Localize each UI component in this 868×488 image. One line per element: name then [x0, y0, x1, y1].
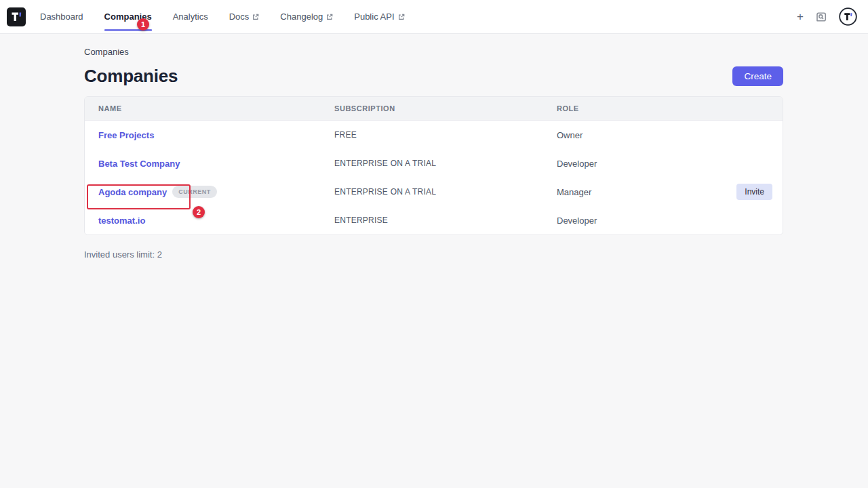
nav-label: Analytics: [173, 12, 208, 22]
nav-item-analytics[interactable]: Analytics: [173, 0, 208, 33]
company-link-agoda-company[interactable]: Agoda company: [98, 187, 167, 197]
nav-label: Changelog: [280, 12, 323, 22]
nav-label: Dashboard: [40, 12, 83, 22]
create-button[interactable]: Create: [732, 66, 783, 86]
help-search-icon[interactable]: [815, 11, 827, 23]
main-content: Companies Companies Create NAME SUBSCRIP…: [84, 34, 783, 260]
invite-button[interactable]: Invite: [736, 184, 772, 200]
top-nav: Dashboard Companies Analytics Docs Chang…: [0, 0, 868, 34]
table-row: Beta Test Company ENTERPRISE ON A TRIAL …: [85, 149, 783, 178]
column-header-subscription: SUBSCRIPTION: [334, 104, 557, 113]
subscription-value: ENTERPRISE ON A TRIAL: [334, 187, 557, 197]
annotation-step-marker-1: 1: [137, 18, 149, 30]
table-header-row: NAME SUBSCRIPTION ROLE: [85, 97, 783, 121]
role-value: Manager: [557, 187, 736, 197]
company-link-beta-test-company[interactable]: Beta Test Company: [98, 159, 180, 169]
company-link-testomat-io[interactable]: testomat.io: [98, 216, 145, 226]
nav-label: Docs: [229, 12, 250, 22]
invited-users-limit-note: Invited users limit: 2: [84, 249, 783, 260]
nav-item-changelog[interactable]: Changelog: [280, 0, 333, 33]
role-value: Developer: [557, 159, 772, 169]
nav-item-dashboard[interactable]: Dashboard: [40, 0, 83, 33]
topbar-right: +: [797, 0, 857, 33]
annotation-step-marker-2: 2: [193, 206, 205, 218]
table-row: Free Projects FREE Owner: [85, 121, 783, 149]
company-link-free-projects[interactable]: Free Projects: [98, 130, 154, 140]
app-logo[interactable]: [7, 7, 26, 26]
table-row: testomat.io ENTERPRISE Developer: [85, 206, 783, 235]
table-row: Agoda company CURRENT ENTERPRISE ON A TR…: [85, 178, 783, 206]
avatar-logo-icon: [839, 7, 857, 26]
breadcrumb[interactable]: Companies: [84, 34, 783, 57]
column-header-name: NAME: [98, 104, 334, 113]
nav-item-public-api[interactable]: Public API: [354, 0, 404, 33]
role-value: Owner: [557, 130, 772, 140]
nav-item-docs[interactable]: Docs: [229, 0, 260, 33]
user-avatar[interactable]: [839, 7, 857, 26]
subscription-value: ENTERPRISE ON A TRIAL: [334, 159, 557, 168]
title-row: Companies Create: [84, 66, 783, 87]
nav-label: Public API: [354, 12, 394, 22]
column-header-role: ROLE: [557, 104, 772, 113]
subscription-value: ENTERPRISE: [334, 216, 557, 225]
external-link-icon: [398, 14, 405, 20]
add-icon[interactable]: +: [797, 11, 804, 22]
nav-items: Dashboard Companies Analytics Docs Chang…: [40, 0, 405, 33]
subscription-value: FREE: [334, 130, 557, 140]
current-company-badge: CURRENT: [172, 186, 217, 198]
companies-table: NAME SUBSCRIPTION ROLE Free Projects FRE…: [84, 96, 783, 235]
role-value: Developer: [557, 216, 772, 226]
external-link-icon: [326, 14, 333, 20]
testomat-logo-icon: [7, 7, 26, 26]
external-link-icon: [252, 14, 259, 20]
page-title: Companies: [84, 66, 178, 87]
